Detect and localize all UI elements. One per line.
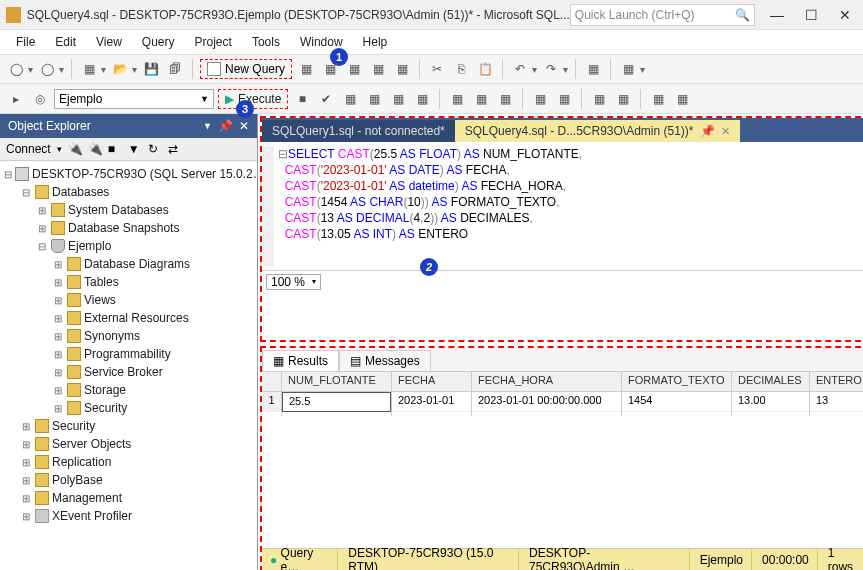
views-node[interactable]: Views <box>84 293 116 307</box>
cell-fechahora[interactable]: 2023-01-01 00:00:00.000 <box>472 392 621 412</box>
diagrams-node[interactable]: Database Diagrams <box>84 257 190 271</box>
server-node[interactable]: DESKTOP-75CR93O (SQL Server 15.0.2… <box>32 167 257 181</box>
expand-icon[interactable]: ⊞ <box>20 511 32 522</box>
stop-conn-icon[interactable]: ■ <box>108 142 122 156</box>
copy-icon[interactable]: ⎘ <box>451 59 471 79</box>
expand-icon[interactable]: ⊞ <box>36 223 48 234</box>
live-icon[interactable]: ▦ <box>412 89 432 109</box>
results-file-icon[interactable]: ▦ <box>495 89 515 109</box>
mgmt-node[interactable]: Management <box>52 491 122 505</box>
stop-icon[interactable]: ■ <box>292 89 312 109</box>
sync-icon[interactable]: ⇄ <box>168 142 182 156</box>
indent-icon[interactable]: ▦ <box>589 89 609 109</box>
expand-icon[interactable]: ⊞ <box>36 205 48 216</box>
collapse-icon[interactable]: ⊟ <box>4 169 12 180</box>
col-numflotante[interactable]: NUM_FLOTANTE <box>282 372 391 392</box>
extres-node[interactable]: External Resources <box>84 311 189 325</box>
menu-view[interactable]: View <box>86 33 132 51</box>
pin-icon[interactable]: 📌 <box>218 119 233 133</box>
cut-icon[interactable]: ✂ <box>427 59 447 79</box>
collapse-icon[interactable]: ⊟ <box>20 187 32 198</box>
forward-icon[interactable]: ◯ <box>37 59 57 79</box>
specify-icon[interactable]: ▦ <box>648 89 668 109</box>
repl-node[interactable]: Replication <box>52 455 111 469</box>
col-fechahora[interactable]: FECHA_HORA <box>472 372 621 392</box>
sec-node[interactable]: Security <box>84 401 127 415</box>
tab-messages[interactable]: ▤Messages <box>339 350 431 371</box>
expand-icon[interactable]: ⊞ <box>52 313 64 324</box>
databases-node[interactable]: Databases <box>52 185 109 199</box>
undo-icon[interactable]: ↶ <box>510 59 530 79</box>
database-selector[interactable]: Ejemplo ▼ <box>54 89 214 109</box>
new-query-button[interactable]: New Query <box>200 59 292 79</box>
col-formato[interactable]: FORMATO_TEXTO <box>622 372 731 392</box>
dmx-icon[interactable]: ▦ <box>368 59 388 79</box>
expand-icon[interactable]: ⊞ <box>52 277 64 288</box>
sysdb-node[interactable]: System Databases <box>68 203 169 217</box>
sec2-node[interactable]: Security <box>52 419 95 433</box>
expand-icon[interactable]: ⊞ <box>52 259 64 270</box>
expand-icon[interactable]: ⊞ <box>20 475 32 486</box>
quick-launch-input[interactable]: Quick Launch (Ctrl+Q) 🔍 <box>570 4 755 26</box>
tab-results[interactable]: ▦Results <box>262 350 339 371</box>
pin-tab-icon[interactable]: 📌 <box>700 124 715 138</box>
menu-query[interactable]: Query <box>132 33 185 51</box>
cell-numflotante[interactable]: 25.5 <box>282 392 391 412</box>
connect-label[interactable]: Connect <box>6 142 51 156</box>
refresh-icon[interactable]: ↻ <box>148 142 162 156</box>
mdx-icon[interactable]: ▦ <box>344 59 364 79</box>
menu-tools[interactable]: Tools <box>242 33 290 51</box>
minimize-button[interactable]: — <box>765 4 789 26</box>
menu-help[interactable]: Help <box>353 33 398 51</box>
comment-out-icon[interactable]: ▦ <box>530 89 550 109</box>
tables-node[interactable]: Tables <box>84 275 119 289</box>
col-decimales[interactable]: DECIMALES <box>732 372 809 392</box>
results-grid-icon[interactable]: ▦ <box>447 89 467 109</box>
cell-formato[interactable]: 1454 <box>622 392 731 412</box>
uncomment-icon[interactable]: ▦ <box>554 89 574 109</box>
expand-icon[interactable]: ⊞ <box>20 457 32 468</box>
zoom-selector[interactable]: 100 %▾ <box>266 274 321 290</box>
template-icon[interactable]: ▦ <box>672 89 692 109</box>
outdent-icon[interactable]: ▦ <box>613 89 633 109</box>
poly-node[interactable]: PolyBase <box>52 473 103 487</box>
sb-node[interactable]: Service Broker <box>84 365 163 379</box>
dropdown-icon[interactable]: ▼ <box>203 121 212 131</box>
filter-icon[interactable]: ▼ <box>128 142 142 156</box>
collapse-icon[interactable]: ⊟ <box>36 241 48 252</box>
code-editor[interactable]: ⊟SELECT CAST(25.5 AS FLOAT) AS NUM_FLOTA… <box>262 142 863 270</box>
menu-file[interactable]: File <box>6 33 45 51</box>
menu-project[interactable]: Project <box>185 33 242 51</box>
connect-icon[interactable]: 🔌 <box>68 142 82 156</box>
open-icon[interactable]: 📂 <box>110 59 130 79</box>
paste-icon[interactable]: 📋 <box>475 59 495 79</box>
save-icon[interactable]: 💾 <box>141 59 161 79</box>
close-button[interactable]: ✕ <box>833 4 857 26</box>
expand-icon[interactable]: ⊞ <box>52 295 64 306</box>
maximize-button[interactable]: ☐ <box>799 4 823 26</box>
xev-node[interactable]: XEvent Profiler <box>52 509 132 523</box>
plan-icon[interactable]: ▦ <box>340 89 360 109</box>
parse-icon[interactable]: ✔ <box>316 89 336 109</box>
menu-edit[interactable]: Edit <box>45 33 86 51</box>
results-text-icon[interactable]: ▦ <box>471 89 491 109</box>
srvobj-node[interactable]: Server Objects <box>52 437 131 451</box>
activity-icon[interactable]: ▦ <box>618 59 638 79</box>
cell-fecha[interactable]: 2023-01-01 <box>392 392 471 412</box>
expand-icon[interactable]: ⊞ <box>20 439 32 450</box>
expand-icon[interactable]: ⊞ <box>20 421 32 432</box>
expand-icon[interactable]: ⊞ <box>52 349 64 360</box>
expand-icon[interactable]: ⊞ <box>52 403 64 414</box>
storage-node[interactable]: Storage <box>84 383 126 397</box>
db-engine-icon[interactable]: ▦ <box>296 59 316 79</box>
object-tree[interactable]: ⊟DESKTOP-75CR93O (SQL Server 15.0.2… ⊟Da… <box>0 161 257 570</box>
tab-sqlquery1[interactable]: SQLQuery1.sql - not connected* <box>262 120 455 142</box>
cell-entero[interactable]: 13 <box>810 392 863 412</box>
results-grid[interactable]: 1 NUM_FLOTANTE25.5 FECHA2023-01-01 FECHA… <box>262 372 863 416</box>
expand-icon[interactable]: ⊞ <box>52 385 64 396</box>
comment-icon[interactable]: ▦ <box>583 59 603 79</box>
include-icon[interactable]: ▦ <box>388 89 408 109</box>
cell-decimales[interactable]: 13.00 <box>732 392 809 412</box>
prog-node[interactable]: Programmability <box>84 347 171 361</box>
expand-icon[interactable]: ⊞ <box>20 493 32 504</box>
